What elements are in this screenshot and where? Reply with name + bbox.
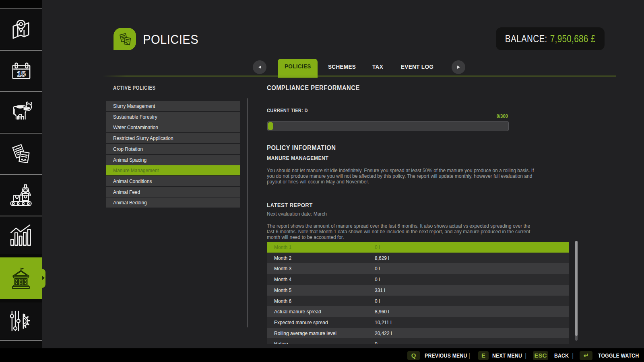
svg-text:15: 15 [17, 70, 26, 78]
